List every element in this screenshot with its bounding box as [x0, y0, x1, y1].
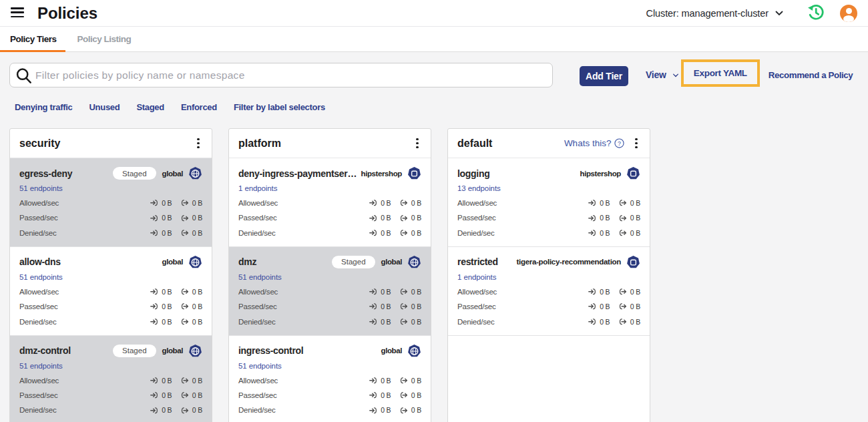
- svg-text:?: ?: [618, 140, 621, 147]
